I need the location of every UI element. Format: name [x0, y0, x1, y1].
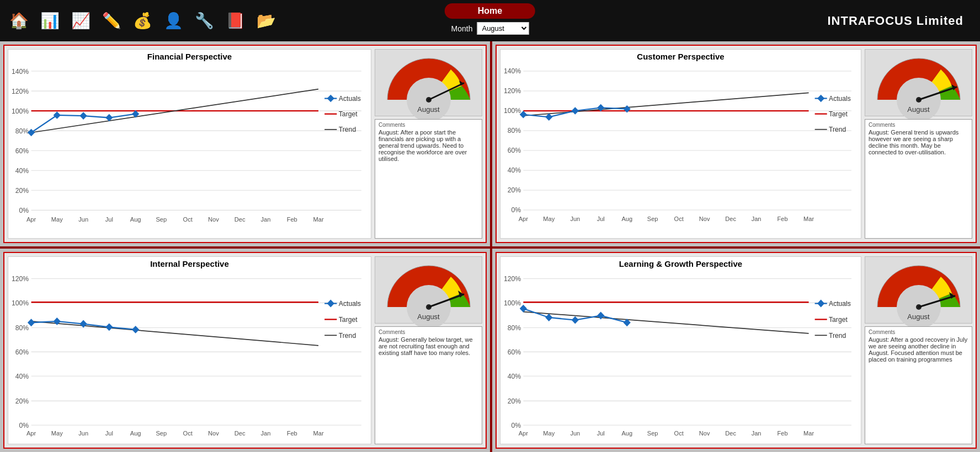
svg-text:Nov: Nov [208, 216, 219, 223]
tools-icon[interactable]: 🔧 [191, 8, 217, 34]
svg-text:40%: 40% [15, 167, 29, 175]
svg-marker-36 [327, 95, 334, 103]
svg-text:Oct: Oct [183, 216, 193, 223]
svg-text:60%: 60% [508, 147, 521, 154]
svg-marker-80 [624, 105, 631, 113]
learning-comment-box: Comments August: After a good recovery i… [865, 326, 972, 444]
svg-line-163 [523, 312, 808, 333]
financial-gauge-label: August [417, 105, 439, 114]
month-select[interactable]: August April May June July September Oct… [477, 22, 529, 35]
svg-text:Actuals: Actuals [339, 300, 361, 308]
svg-text:Jan: Jan [752, 430, 761, 437]
svg-text:Nov: Nov [699, 430, 710, 437]
svg-text:120%: 120% [12, 87, 29, 95]
svg-text:Actuals: Actuals [829, 95, 851, 103]
svg-marker-165 [545, 314, 552, 321]
svg-text:20%: 20% [508, 186, 521, 194]
svg-text:May: May [543, 430, 555, 437]
internal-gauge-label: August [417, 313, 439, 321]
svg-text:0%: 0% [19, 422, 29, 429]
svg-text:140%: 140% [12, 67, 29, 75]
svg-text:Dec: Dec [235, 430, 246, 437]
customer-comment-header: Comments [869, 122, 968, 128]
svg-text:Jun: Jun [78, 216, 88, 223]
svg-text:120%: 120% [12, 275, 29, 283]
topbar: 🏠 📊 📈 ✏️ 💰 👤 🔧 📕 📂 Home Month August Apr… [0, 0, 980, 41]
book-icon[interactable]: 📕 [222, 8, 248, 34]
svg-text:Feb: Feb [777, 216, 788, 222]
svg-text:100%: 100% [504, 107, 521, 115]
financial-comment-text: August: After a poor start the financial… [379, 129, 478, 162]
svg-text:Jan: Jan [260, 216, 270, 223]
svg-text:Oct: Oct [674, 216, 684, 222]
svg-marker-31 [54, 111, 61, 119]
svg-text:Aug: Aug [130, 430, 141, 437]
quadrant-financial: Financial Perspective 140% 120% 100% 80%… [0, 41, 490, 246]
financial-gauge-box: August [375, 49, 482, 116]
svg-text:Mar: Mar [803, 216, 814, 222]
month-selector: Month August April May June July Septemb… [451, 22, 529, 35]
svg-marker-166 [572, 316, 579, 324]
internal-chart-area: Internal Perspective 120% 100% 80% 60% 4… [8, 256, 371, 444]
svg-text:0%: 0% [19, 207, 29, 214]
quadrant-customer: Customer Perspective 140% 120% 100% 80% … [492, 41, 980, 246]
customer-gauge-panel: August Comments August: General trend is… [865, 49, 972, 239]
svg-text:Oct: Oct [183, 430, 193, 437]
pencil-icon[interactable]: ✏️ [98, 8, 125, 34]
svg-text:Target: Target [339, 110, 358, 118]
svg-text:Nov: Nov [699, 216, 710, 222]
svg-text:40%: 40% [508, 166, 521, 174]
svg-text:Dec: Dec [725, 216, 736, 222]
svg-text:Feb: Feb [777, 430, 788, 437]
svg-marker-122 [79, 320, 87, 328]
customer-gauge-box: August [865, 49, 972, 116]
svg-marker-82 [817, 95, 824, 103]
financial-title: Financial Perspective [12, 52, 368, 61]
svg-text:140%: 140% [504, 67, 521, 75]
svg-text:100%: 100% [504, 299, 521, 307]
svg-text:120%: 120% [504, 275, 521, 283]
svg-text:Mar: Mar [803, 430, 814, 437]
svg-text:Feb: Feb [287, 430, 297, 437]
report-icon[interactable]: 📊 [36, 8, 63, 34]
internal-gauge-panel: August Comments August: Generally below … [375, 256, 482, 444]
internal-gauge-box: August [375, 256, 482, 324]
svg-text:Target: Target [829, 110, 848, 118]
financial-chart-area: Financial Perspective 140% 120% 100% 80%… [8, 49, 371, 239]
svg-text:Actuals: Actuals [339, 95, 361, 103]
svg-text:Nov: Nov [208, 430, 219, 437]
customer-comment-text: August: General trend is upwards however… [869, 129, 968, 155]
home-icon[interactable]: 🏠 [6, 8, 32, 34]
home-label: Home [445, 3, 535, 19]
svg-text:Mar: Mar [313, 216, 323, 223]
coins-icon[interactable]: 💰 [129, 8, 156, 34]
svg-text:Trend: Trend [829, 126, 846, 133]
svg-marker-123 [105, 323, 113, 331]
svg-text:60%: 60% [15, 348, 29, 356]
svg-text:Apr: Apr [26, 216, 36, 223]
internal-comment-text: August: Generally below target, we are n… [379, 336, 478, 356]
person-icon[interactable]: 👤 [160, 8, 187, 34]
svg-text:40%: 40% [508, 373, 521, 380]
svg-text:Aug: Aug [621, 430, 632, 437]
svg-line-119 [31, 321, 318, 346]
svg-marker-126 [327, 300, 334, 308]
internal-comment-box: Comments August: Generally below target,… [375, 326, 482, 444]
customer-gauge-label: August [907, 105, 929, 114]
svg-text:Jul: Jul [597, 430, 605, 437]
svg-text:Dec: Dec [235, 216, 246, 223]
folder-icon[interactable]: 📂 [253, 8, 279, 34]
month-label: Month [451, 24, 473, 33]
learning-gauge-label: August [907, 313, 929, 321]
svg-text:Trend: Trend [829, 332, 846, 340]
home-button[interactable]: Home [445, 3, 535, 19]
svg-text:80%: 80% [508, 127, 521, 134]
svg-text:May: May [51, 216, 63, 223]
chart-icon[interactable]: 📈 [67, 8, 94, 34]
svg-text:0%: 0% [511, 206, 521, 214]
svg-text:Mar: Mar [313, 430, 323, 437]
svg-text:Jun: Jun [78, 430, 88, 437]
svg-text:Apr: Apr [519, 430, 528, 437]
company-name: INTRAFOCUS Limited [827, 14, 963, 28]
svg-marker-77 [545, 114, 552, 121]
